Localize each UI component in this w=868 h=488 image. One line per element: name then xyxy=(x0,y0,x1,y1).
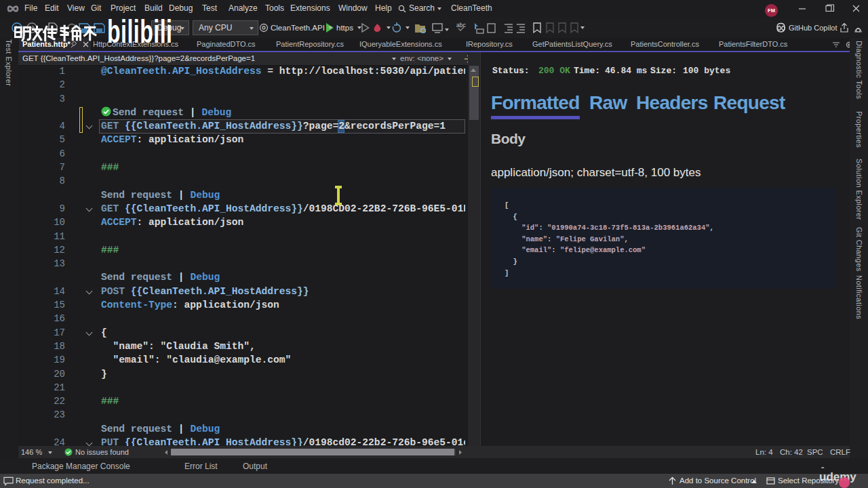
svg-text:abc: abc xyxy=(456,22,466,28)
